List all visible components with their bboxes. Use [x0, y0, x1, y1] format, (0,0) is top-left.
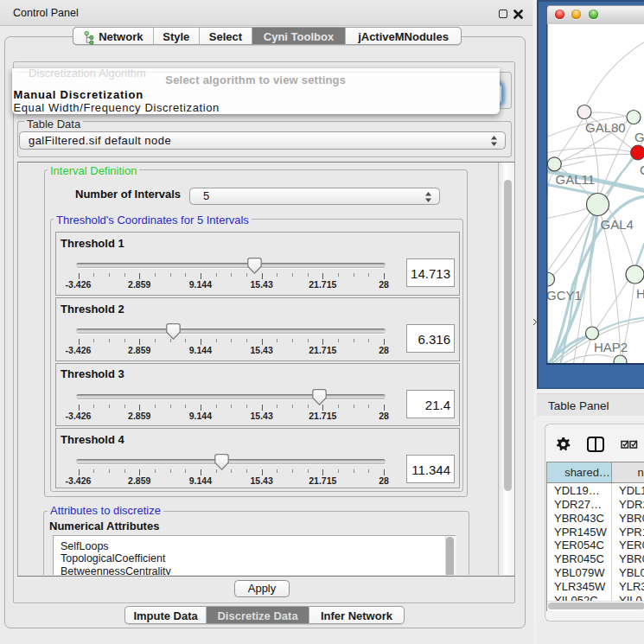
svg-text:H: H: [636, 285, 644, 300]
svg-text:GAL11: GAL11: [555, 171, 595, 186]
svg-text:HAP2: HAP2: [594, 339, 628, 354]
svg-text:C: C: [640, 162, 644, 176]
svg-text:GA: GA: [634, 129, 644, 143]
svg-text:GAL80: GAL80: [585, 119, 626, 134]
svg-text:GCY1: GCY1: [546, 287, 582, 302]
svg-text:GAL4: GAL4: [600, 216, 633, 231]
